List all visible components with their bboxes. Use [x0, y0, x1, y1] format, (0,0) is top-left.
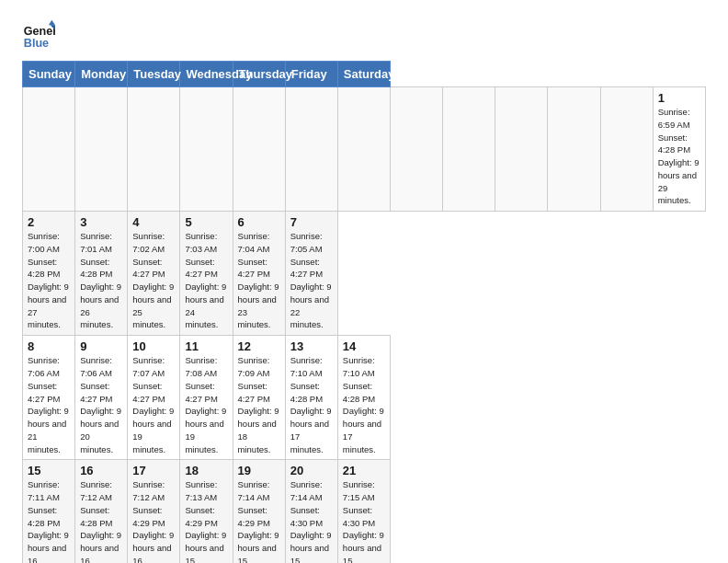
day-info: Sunrise: 7:03 AMSunset: 4:27 PMDaylight:… — [185, 230, 227, 331]
empty-cell — [337, 87, 390, 212]
empty-cell — [75, 87, 128, 212]
day-cell-2: 2Sunrise: 7:00 AMSunset: 4:28 PMDaylight… — [23, 212, 75, 336]
day-info: Sunrise: 7:06 AMSunset: 4:27 PMDaylight:… — [80, 354, 122, 455]
day-info: Sunrise: 7:10 AMSunset: 4:28 PMDaylight:… — [290, 354, 333, 455]
day-cell-17: 17Sunrise: 7:12 AMSunset: 4:29 PMDayligh… — [128, 460, 180, 563]
day-cell-18: 18Sunrise: 7:13 AMSunset: 4:29 PMDayligh… — [180, 460, 233, 563]
day-info: Sunrise: 7:12 AMSunset: 4:28 PMDaylight:… — [80, 478, 122, 563]
day-info: Sunrise: 7:11 AMSunset: 4:28 PMDaylight:… — [28, 478, 70, 563]
empty-cell — [285, 87, 337, 212]
empty-cell — [548, 87, 600, 212]
day-cell-20: 20Sunrise: 7:14 AMSunset: 4:30 PMDayligh… — [285, 460, 337, 563]
empty-cell — [128, 87, 180, 212]
empty-cell — [180, 87, 233, 212]
day-info: Sunrise: 7:04 AMSunset: 4:27 PMDaylight:… — [238, 230, 280, 331]
day-info: Sunrise: 7:09 AMSunset: 4:27 PMDaylight:… — [238, 354, 280, 455]
day-number: 11 — [185, 339, 227, 353]
day-cell-1: 1Sunrise: 6:59 AMSunset: 4:28 PMDaylight… — [653, 87, 705, 212]
day-info: Sunrise: 7:00 AMSunset: 4:28 PMDaylight:… — [28, 230, 70, 331]
day-number: 6 — [238, 215, 280, 229]
page-header: General Blue — [22, 18, 706, 52]
empty-cell — [600, 87, 653, 212]
day-info: Sunrise: 7:15 AMSunset: 4:30 PMDaylight:… — [343, 478, 385, 563]
day-cell-10: 10Sunrise: 7:07 AMSunset: 4:27 PMDayligh… — [128, 336, 180, 460]
day-number: 16 — [80, 464, 122, 477]
day-number: 12 — [238, 339, 280, 353]
day-number: 17 — [132, 464, 175, 477]
day-number: 2 — [28, 215, 70, 229]
day-info: Sunrise: 7:14 AMSunset: 4:29 PMDaylight:… — [238, 478, 280, 563]
day-cell-19: 19Sunrise: 7:14 AMSunset: 4:29 PMDayligh… — [233, 460, 285, 563]
day-number: 3 — [80, 215, 122, 229]
day-info: Sunrise: 7:01 AMSunset: 4:28 PMDaylight:… — [80, 230, 122, 331]
day-info: Sunrise: 7:12 AMSunset: 4:29 PMDaylight:… — [132, 478, 175, 563]
day-cell-15: 15Sunrise: 7:11 AMSunset: 4:28 PMDayligh… — [23, 460, 75, 563]
empty-cell — [23, 87, 75, 212]
day-number: 4 — [132, 215, 175, 229]
day-cell-14: 14Sunrise: 7:10 AMSunset: 4:28 PMDayligh… — [337, 336, 390, 460]
day-number: 18 — [185, 464, 227, 477]
calendar-body: 1Sunrise: 6:59 AMSunset: 4:28 PMDaylight… — [23, 87, 706, 564]
day-number: 1 — [658, 91, 700, 105]
weekday-header-wednesday: Wednesday — [180, 62, 233, 87]
day-cell-4: 4Sunrise: 7:02 AMSunset: 4:27 PMDaylight… — [128, 212, 180, 336]
day-number: 5 — [185, 215, 227, 229]
day-number: 9 — [80, 339, 122, 353]
weekday-header-thursday: Thursday — [233, 62, 285, 87]
day-info: Sunrise: 6:59 AMSunset: 4:28 PMDaylight:… — [658, 106, 700, 207]
logo-icon: General Blue — [22, 18, 55, 52]
calendar-week-2: 2Sunrise: 7:00 AMSunset: 4:28 PMDaylight… — [23, 212, 706, 336]
weekday-header-row: SundayMondayTuesdayWednesdayThursdayFrid… — [23, 62, 706, 87]
weekday-header-friday: Friday — [285, 62, 337, 87]
weekday-header-tuesday: Tuesday — [128, 62, 180, 87]
empty-cell — [443, 87, 495, 212]
day-number: 8 — [28, 339, 70, 353]
weekday-header-sunday: Sunday — [23, 62, 75, 87]
svg-marker-2 — [49, 20, 55, 25]
day-info: Sunrise: 7:07 AMSunset: 4:27 PMDaylight:… — [132, 354, 175, 455]
day-cell-6: 6Sunrise: 7:04 AMSunset: 4:27 PMDaylight… — [233, 212, 285, 336]
day-number: 19 — [238, 464, 280, 477]
day-info: Sunrise: 7:08 AMSunset: 4:27 PMDaylight:… — [185, 354, 227, 455]
day-cell-7: 7Sunrise: 7:05 AMSunset: 4:27 PMDaylight… — [285, 212, 337, 336]
day-number: 20 — [290, 464, 333, 477]
day-number: 21 — [343, 464, 385, 477]
empty-cell — [495, 87, 548, 212]
day-cell-16: 16Sunrise: 7:12 AMSunset: 4:28 PMDayligh… — [75, 460, 128, 563]
day-cell-5: 5Sunrise: 7:03 AMSunset: 4:27 PMDaylight… — [180, 212, 233, 336]
weekday-header-saturday: Saturday — [337, 62, 390, 87]
day-info: Sunrise: 7:02 AMSunset: 4:27 PMDaylight:… — [132, 230, 175, 331]
day-number: 7 — [290, 215, 333, 229]
weekday-header-monday: Monday — [75, 62, 128, 87]
svg-text:Blue: Blue — [24, 37, 49, 50]
day-info: Sunrise: 7:10 AMSunset: 4:28 PMDaylight:… — [343, 354, 385, 455]
day-cell-12: 12Sunrise: 7:09 AMSunset: 4:27 PMDayligh… — [233, 336, 285, 460]
day-info: Sunrise: 7:05 AMSunset: 4:27 PMDaylight:… — [290, 230, 333, 331]
day-cell-21: 21Sunrise: 7:15 AMSunset: 4:30 PMDayligh… — [337, 460, 390, 563]
day-number: 10 — [132, 339, 175, 353]
day-number: 15 — [28, 464, 70, 477]
day-info: Sunrise: 7:14 AMSunset: 4:30 PMDaylight:… — [290, 478, 333, 563]
day-number: 13 — [290, 339, 333, 353]
day-cell-13: 13Sunrise: 7:10 AMSunset: 4:28 PMDayligh… — [285, 336, 337, 460]
day-number: 14 — [343, 339, 385, 353]
calendar-table: SundayMondayTuesdayWednesdayThursdayFrid… — [22, 61, 706, 563]
day-cell-3: 3Sunrise: 7:01 AMSunset: 4:28 PMDaylight… — [75, 212, 128, 336]
day-info: Sunrise: 7:13 AMSunset: 4:29 PMDaylight:… — [185, 478, 227, 563]
calendar-week-3: 8Sunrise: 7:06 AMSunset: 4:27 PMDaylight… — [23, 336, 706, 460]
calendar-week-1: 1Sunrise: 6:59 AMSunset: 4:28 PMDaylight… — [23, 87, 706, 212]
empty-cell — [233, 87, 285, 212]
empty-cell — [390, 87, 442, 212]
day-cell-8: 8Sunrise: 7:06 AMSunset: 4:27 PMDaylight… — [23, 336, 75, 460]
day-cell-9: 9Sunrise: 7:06 AMSunset: 4:27 PMDaylight… — [75, 336, 128, 460]
day-cell-11: 11Sunrise: 7:08 AMSunset: 4:27 PMDayligh… — [180, 336, 233, 460]
logo: General Blue — [22, 18, 59, 52]
calendar-week-4: 15Sunrise: 7:11 AMSunset: 4:28 PMDayligh… — [23, 460, 706, 563]
day-info: Sunrise: 7:06 AMSunset: 4:27 PMDaylight:… — [28, 354, 70, 455]
